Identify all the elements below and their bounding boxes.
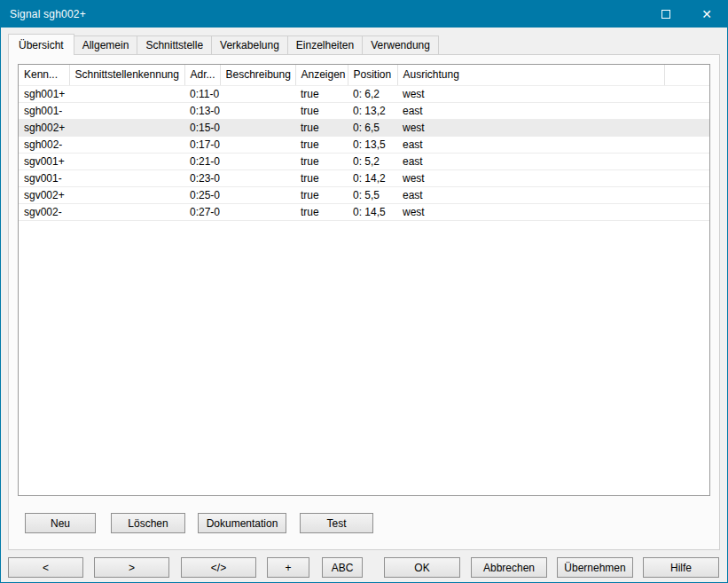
cell-adresse: 0:27-0 [184,203,220,220]
abc-button[interactable]: ABC [322,557,363,578]
table-row[interactable]: sgv001+ 0:21-0 true 0: 5,2 east [19,153,709,169]
cell-filler [664,119,709,136]
tab-uebersicht[interactable]: Übersicht [8,34,74,55]
cell-adresse: 0:23-0 [184,169,220,186]
test-button[interactable]: Test [300,513,373,533]
table-header-row: Kenn... Schnittstellenkennung Adr... Bes… [19,65,709,85]
cell-beschreibung [220,203,295,220]
cell-filler [664,203,709,220]
signal-table: Kenn... Schnittstellenkennung Adr... Bes… [19,65,709,221]
maximize-button[interactable] [646,1,686,28]
window-title: Signal sgh002+ [1,8,86,20]
window-controls: ✕ [646,1,727,28]
cell-position: 0: 6,5 [348,119,397,136]
cell-ausrichtung: east [397,102,664,119]
apply-button[interactable]: Übernehmen [557,557,633,578]
help-button[interactable]: Hilfe [643,557,719,578]
cell-beschreibung [220,119,295,136]
table-row[interactable]: sgv002- 0:27-0 true 0: 14,5 west [19,203,709,220]
column-header-anzeigen[interactable]: Anzeigen [295,65,348,85]
tab-label: Schnittstelle [145,39,203,51]
ok-button[interactable]: OK [384,557,460,578]
close-icon: ✕ [701,8,712,20]
table-row[interactable]: sgh002+ 0:15-0 true 0: 6,5 west [19,119,709,136]
table-row[interactable]: sgv002+ 0:25-0 true 0: 5,5 east [19,186,709,203]
table-row[interactable]: sgv001- 0:23-0 true 0: 14,2 west [19,169,709,186]
column-header-beschreibung[interactable]: Beschreibung [220,65,295,85]
cell-beschreibung [220,102,295,119]
cell-adresse: 0:17-0 [184,136,220,153]
column-header-schnittstellenkennung[interactable]: Schnittstellenkennung [69,65,184,85]
cell-adresse: 0:15-0 [184,119,220,136]
titlebar: Signal sgh002+ ✕ [1,1,727,28]
documentation-button[interactable]: Dokumentation [198,513,286,533]
delete-button[interactable]: Löschen [111,513,185,533]
tab-allgemein[interactable]: Allgemein [74,35,138,54]
cell-kennung: sgv002+ [19,186,69,203]
cell-schnittstellenkennung [69,85,184,102]
next-button[interactable]: > [94,557,169,578]
cell-beschreibung [220,136,295,153]
cancel-button[interactable]: Abbrechen [471,557,547,578]
maximize-icon [661,10,670,19]
table-row[interactable]: sgh002- 0:17-0 true 0: 13,5 east [19,136,709,153]
cell-adresse: 0:11-0 [184,85,220,102]
cell-position: 0: 5,2 [348,153,397,169]
cell-filler [664,136,709,153]
cell-schnittstellenkennung [69,136,184,153]
cell-adresse: 0:21-0 [184,153,220,169]
cell-beschreibung [220,153,295,169]
cell-position: 0: 14,2 [348,169,397,186]
cell-schnittstellenkennung [69,119,184,136]
cell-ausrichtung: east [397,136,664,153]
cell-beschreibung [220,169,295,186]
cell-kennung: sgh001+ [19,85,69,102]
new-button[interactable]: Neu [25,513,96,533]
cell-ausrichtung: west [397,203,664,220]
column-header-ausrichtung[interactable]: Ausrichtung [397,65,664,85]
cell-beschreibung [220,85,295,102]
cell-filler [664,169,709,186]
cell-schnittstellenkennung [69,169,184,186]
tab-page-uebersicht: Kenn... Schnittstellenkennung Adr... Bes… [8,54,720,550]
table-body: sgh001+ 0:11-0 true 0: 6,2 west sgh001- … [19,85,709,220]
cell-kennung: sgh002- [19,136,69,153]
cell-anzeigen: true [295,136,348,153]
cell-anzeigen: true [295,85,348,102]
tab-label: Einzelheiten [296,39,354,51]
column-header-kennung[interactable]: Kenn... [19,65,69,85]
dialog-window: Signal sgh002+ ✕ Übersicht Allgemein Sch… [0,0,728,583]
table-row[interactable]: sgh001- 0:13-0 true 0: 13,2 east [19,102,709,119]
cell-kennung: sgh002+ [19,119,69,136]
tab-label: Allgemein [82,39,129,51]
cell-anzeigen: true [295,203,348,220]
panel-button-row: Neu Löschen Dokumentation Test [18,513,710,533]
prev-button[interactable]: < [8,557,83,578]
code-button[interactable]: </> [181,557,256,578]
cell-position: 0: 13,2 [348,102,397,119]
cell-schnittstellenkennung [69,102,184,119]
tab-label: Verkabelung [220,39,279,51]
plus-button[interactable]: + [267,557,309,578]
tab-strip: Übersicht Allgemein Schnittstelle Verkab… [1,28,727,54]
close-button[interactable]: ✕ [686,1,727,28]
cell-position: 0: 6,2 [348,85,397,102]
tab-schnittstelle[interactable]: Schnittstelle [137,35,212,54]
bottom-button-bar: < > </> + ABC OK Abbrechen Übernehmen Hi… [1,550,727,578]
cell-anzeigen: true [295,102,348,119]
tab-einzelheiten[interactable]: Einzelheiten [287,35,363,54]
cell-filler [664,85,709,102]
column-header-position[interactable]: Position [348,65,397,85]
cell-ausrichtung: east [397,186,664,203]
table-row[interactable]: sgh001+ 0:11-0 true 0: 6,2 west [19,85,709,102]
cell-kennung: sgv001+ [19,153,69,169]
cell-ausrichtung: west [397,119,664,136]
tab-verwendung[interactable]: Verwendung [362,35,439,54]
cell-anzeigen: true [295,119,348,136]
tab-verkabelung[interactable]: Verkabelung [211,35,288,54]
cell-ausrichtung: west [397,169,664,186]
column-header-adresse[interactable]: Adr... [184,65,220,85]
cell-beschreibung [220,186,295,203]
tab-label: Verwendung [371,39,430,51]
cell-anzeigen: true [295,153,348,169]
